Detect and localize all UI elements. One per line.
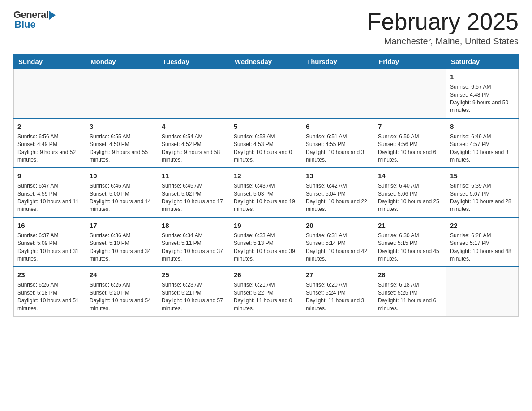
day-info: Sunrise: 6:26 AMSunset: 5:18 PMDaylight:…	[17, 281, 82, 313]
calendar-cell	[230, 69, 302, 119]
title-area: February 2025 Manchester, Maine, United …	[367, 9, 519, 47]
calendar-week-row: 23Sunrise: 6:26 AMSunset: 5:18 PMDayligh…	[14, 267, 519, 316]
calendar-cell: 6Sunrise: 6:51 AMSunset: 4:55 PMDaylight…	[302, 119, 374, 168]
calendar-cell: 24Sunrise: 6:25 AMSunset: 5:20 PMDayligh…	[86, 267, 158, 316]
calendar-cell	[446, 267, 519, 316]
calendar-header-cell: Friday	[374, 54, 446, 69]
calendar-cell	[374, 69, 446, 119]
day-number: 9	[17, 171, 82, 180]
day-info: Sunrise: 6:23 AMSunset: 5:21 PMDaylight:…	[162, 281, 226, 313]
calendar-cell: 11Sunrise: 6:45 AMSunset: 5:02 PMDayligh…	[158, 168, 230, 218]
day-number: 7	[378, 122, 442, 131]
header: General Blue February 2025 Manchester, M…	[13, 9, 519, 47]
calendar-week-row: 9Sunrise: 6:47 AMSunset: 4:59 PMDaylight…	[14, 168, 519, 218]
calendar-cell	[86, 69, 158, 119]
logo-blue-text: Blue	[14, 19, 36, 30]
day-info: Sunrise: 6:42 AMSunset: 5:04 PMDaylight:…	[306, 182, 370, 214]
day-info: Sunrise: 6:20 AMSunset: 5:24 PMDaylight:…	[306, 281, 370, 313]
calendar-cell: 19Sunrise: 6:33 AMSunset: 5:13 PMDayligh…	[230, 218, 302, 267]
logo: General Blue	[13, 9, 56, 30]
day-info: Sunrise: 6:36 AMSunset: 5:10 PMDaylight:…	[90, 232, 154, 263]
calendar-header-cell: Thursday	[302, 54, 374, 69]
day-number: 23	[17, 270, 82, 279]
calendar-header-cell: Saturday	[446, 54, 519, 69]
day-number: 25	[162, 270, 226, 279]
day-info: Sunrise: 6:54 AMSunset: 4:52 PMDaylight:…	[162, 133, 226, 164]
calendar-cell: 5Sunrise: 6:53 AMSunset: 4:53 PMDaylight…	[230, 119, 302, 168]
day-number: 12	[234, 171, 298, 180]
day-info: Sunrise: 6:30 AMSunset: 5:15 PMDaylight:…	[378, 232, 442, 263]
day-number: 13	[306, 171, 370, 180]
calendar-cell: 8Sunrise: 6:49 AMSunset: 4:57 PMDaylight…	[446, 119, 519, 168]
day-number: 24	[90, 270, 154, 279]
day-info: Sunrise: 6:33 AMSunset: 5:13 PMDaylight:…	[234, 232, 298, 263]
day-info: Sunrise: 6:51 AMSunset: 4:55 PMDaylight:…	[306, 133, 370, 164]
day-number: 27	[306, 270, 370, 279]
day-info: Sunrise: 6:50 AMSunset: 4:56 PMDaylight:…	[378, 133, 442, 164]
day-number: 18	[162, 221, 226, 230]
day-number: 16	[17, 221, 82, 230]
calendar-cell: 21Sunrise: 6:30 AMSunset: 5:15 PMDayligh…	[374, 218, 446, 267]
day-info: Sunrise: 6:56 AMSunset: 4:49 PMDaylight:…	[17, 133, 82, 164]
calendar-cell: 13Sunrise: 6:42 AMSunset: 5:04 PMDayligh…	[302, 168, 374, 218]
day-number: 19	[234, 221, 298, 230]
logo-arrow-icon	[49, 11, 56, 20]
calendar-header-cell: Tuesday	[158, 54, 230, 69]
day-number: 17	[90, 221, 154, 230]
day-info: Sunrise: 6:53 AMSunset: 4:53 PMDaylight:…	[234, 133, 298, 164]
day-number: 14	[378, 171, 442, 180]
day-number: 10	[90, 171, 154, 180]
calendar-cell	[14, 69, 86, 119]
calendar-cell	[302, 69, 374, 119]
day-number: 2	[17, 122, 82, 131]
day-number: 26	[234, 270, 298, 279]
calendar-cell: 15Sunrise: 6:39 AMSunset: 5:07 PMDayligh…	[446, 168, 519, 218]
day-number: 22	[450, 221, 515, 230]
calendar-cell: 12Sunrise: 6:43 AMSunset: 5:03 PMDayligh…	[230, 168, 302, 218]
day-number: 28	[378, 270, 442, 279]
location: Manchester, Maine, United States	[367, 36, 519, 47]
day-number: 4	[162, 122, 226, 131]
day-number: 1	[450, 72, 515, 81]
calendar: SundayMondayTuesdayWednesdayThursdayFrid…	[13, 54, 519, 317]
calendar-cell: 3Sunrise: 6:55 AMSunset: 4:50 PMDaylight…	[86, 119, 158, 168]
day-info: Sunrise: 6:37 AMSunset: 5:09 PMDaylight:…	[17, 232, 82, 263]
calendar-cell	[158, 69, 230, 119]
day-info: Sunrise: 6:55 AMSunset: 4:50 PMDaylight:…	[90, 133, 154, 164]
calendar-cell: 28Sunrise: 6:18 AMSunset: 5:25 PMDayligh…	[374, 267, 446, 316]
day-info: Sunrise: 6:45 AMSunset: 5:02 PMDaylight:…	[162, 182, 226, 214]
calendar-header-cell: Sunday	[14, 54, 86, 69]
day-number: 11	[162, 171, 226, 180]
day-info: Sunrise: 6:57 AMSunset: 4:48 PMDaylight:…	[450, 83, 515, 115]
day-info: Sunrise: 6:21 AMSunset: 5:22 PMDaylight:…	[234, 281, 298, 313]
calendar-week-row: 2Sunrise: 6:56 AMSunset: 4:49 PMDaylight…	[14, 119, 519, 168]
day-info: Sunrise: 6:46 AMSunset: 5:00 PMDaylight:…	[90, 182, 154, 214]
month-title: February 2025	[367, 9, 519, 34]
day-number: 8	[450, 122, 515, 131]
calendar-cell: 1Sunrise: 6:57 AMSunset: 4:48 PMDaylight…	[446, 69, 519, 119]
day-info: Sunrise: 6:31 AMSunset: 5:14 PMDaylight:…	[306, 232, 370, 263]
day-info: Sunrise: 6:49 AMSunset: 4:57 PMDaylight:…	[450, 133, 515, 164]
day-info: Sunrise: 6:43 AMSunset: 5:03 PMDaylight:…	[234, 182, 298, 214]
day-info: Sunrise: 6:18 AMSunset: 5:25 PMDaylight:…	[378, 281, 442, 313]
day-number: 21	[378, 221, 442, 230]
day-info: Sunrise: 6:47 AMSunset: 4:59 PMDaylight:…	[17, 182, 82, 214]
calendar-header-cell: Monday	[86, 54, 158, 69]
calendar-cell: 25Sunrise: 6:23 AMSunset: 5:21 PMDayligh…	[158, 267, 230, 316]
day-info: Sunrise: 6:34 AMSunset: 5:11 PMDaylight:…	[162, 232, 226, 263]
calendar-cell: 22Sunrise: 6:28 AMSunset: 5:17 PMDayligh…	[446, 218, 519, 267]
calendar-cell: 14Sunrise: 6:40 AMSunset: 5:06 PMDayligh…	[374, 168, 446, 218]
calendar-cell: 2Sunrise: 6:56 AMSunset: 4:49 PMDaylight…	[14, 119, 86, 168]
day-number: 3	[90, 122, 154, 131]
day-number: 6	[306, 122, 370, 131]
day-info: Sunrise: 6:40 AMSunset: 5:06 PMDaylight:…	[378, 182, 442, 214]
calendar-body: 1Sunrise: 6:57 AMSunset: 4:48 PMDaylight…	[14, 69, 519, 317]
calendar-cell: 23Sunrise: 6:26 AMSunset: 5:18 PMDayligh…	[14, 267, 86, 316]
day-number: 15	[450, 171, 515, 180]
calendar-week-row: 16Sunrise: 6:37 AMSunset: 5:09 PMDayligh…	[14, 218, 519, 267]
calendar-header-cell: Wednesday	[230, 54, 302, 69]
calendar-cell: 9Sunrise: 6:47 AMSunset: 4:59 PMDaylight…	[14, 168, 86, 218]
calendar-cell: 20Sunrise: 6:31 AMSunset: 5:14 PMDayligh…	[302, 218, 374, 267]
calendar-cell: 10Sunrise: 6:46 AMSunset: 5:00 PMDayligh…	[86, 168, 158, 218]
day-number: 20	[306, 221, 370, 230]
